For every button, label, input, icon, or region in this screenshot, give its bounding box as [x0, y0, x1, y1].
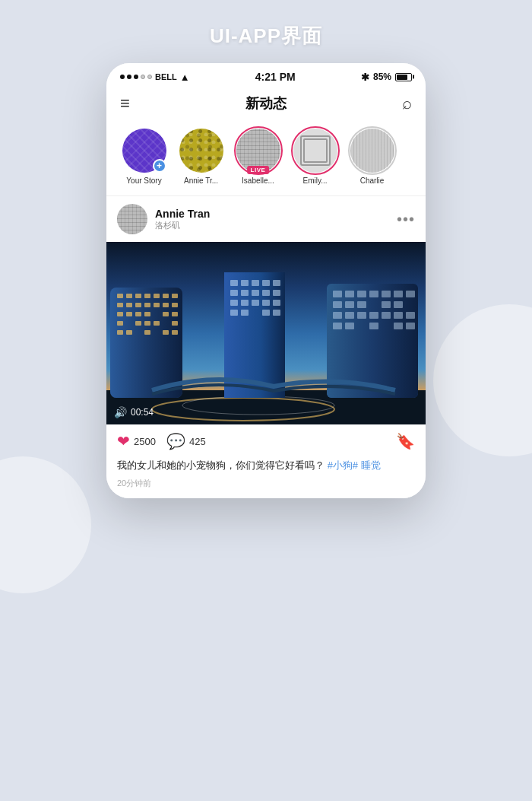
story-avatar-emily	[293, 129, 337, 173]
svg-rect-42	[230, 290, 238, 296]
svg-rect-39	[252, 280, 259, 286]
story-item-charlie[interactable]: Charlie	[344, 129, 401, 185]
comment-count: 425	[189, 436, 206, 447]
svg-rect-11	[172, 294, 178, 298]
svg-rect-68	[382, 301, 391, 308]
bookmark-button[interactable]: 🔖	[396, 432, 415, 450]
story-name-charlie: Charlie	[360, 176, 385, 185]
comment-button[interactable]: 💬	[166, 432, 185, 450]
svg-rect-47	[230, 300, 238, 306]
svg-rect-73	[406, 312, 415, 319]
status-time: 4:21 PM	[255, 71, 296, 83]
top-nav: ≡ 新动态 ⌕	[106, 87, 426, 122]
post-user-info: Annie Tran 洛杉矶	[155, 208, 389, 231]
post-user-avatar	[117, 204, 147, 234]
svg-rect-60	[357, 291, 366, 297]
svg-rect-64	[406, 291, 415, 297]
video-duration: 00:54	[131, 407, 154, 418]
svg-rect-49	[273, 300, 280, 306]
svg-rect-52	[230, 310, 238, 316]
story-name-your: Your Story	[126, 176, 161, 185]
svg-rect-7	[135, 294, 141, 298]
svg-rect-24	[172, 312, 178, 316]
svg-rect-76	[394, 312, 403, 319]
svg-rect-26	[135, 321, 141, 326]
svg-rect-18	[172, 303, 178, 307]
bluetooth-icon: ✱	[361, 72, 369, 83]
svg-rect-43	[241, 290, 249, 296]
post-header: Annie Tran 洛杉矶 •••	[106, 196, 426, 242]
svg-rect-80	[394, 323, 403, 329]
svg-rect-62	[382, 291, 391, 297]
live-badge: LIVE	[247, 166, 270, 174]
search-icon[interactable]: ⌕	[402, 94, 412, 113]
story-item-emily[interactable]: Emily...	[287, 129, 344, 185]
story-item-isabelle[interactable]: LIVE Isabelle...	[230, 129, 287, 185]
svg-rect-55	[273, 310, 280, 316]
comment-group: 💬 425	[166, 432, 206, 450]
like-button[interactable]: ❤	[117, 432, 130, 450]
story-avatar-charlie	[350, 129, 394, 173]
svg-rect-40	[262, 280, 270, 286]
city-illustration	[106, 242, 426, 424]
status-bar: BELL ▲ 4:21 PM ✱ 85%	[106, 63, 426, 87]
battery-icon	[395, 73, 412, 81]
add-story-button[interactable]: +	[153, 159, 166, 173]
story-name-isabelle: Isabelle...	[242, 176, 274, 185]
svg-rect-9	[154, 294, 160, 298]
svg-rect-5	[117, 294, 123, 298]
speaker-icon: 🔊	[114, 406, 127, 418]
svg-rect-69	[394, 301, 403, 308]
svg-rect-16	[154, 303, 160, 307]
svg-rect-41	[273, 280, 280, 286]
post-caption: 我的女儿和她的小宠物狗，你们觉得它好看吗？ #小狗# 睡觉	[106, 455, 426, 476]
svg-rect-37	[230, 280, 238, 286]
story-avatar-annie	[179, 129, 223, 173]
nav-title: 新动态	[245, 94, 287, 113]
svg-rect-25	[117, 321, 123, 326]
menu-icon[interactable]: ≡	[120, 94, 130, 113]
like-group: ❤ 2500	[117, 432, 156, 450]
svg-rect-44	[252, 290, 259, 296]
svg-rect-79	[369, 323, 378, 329]
svg-rect-13	[126, 303, 132, 307]
post-actions: ❤ 2500 💬 425 🔖	[106, 424, 426, 455]
video-timer: 🔊 00:54	[114, 406, 154, 418]
svg-rect-45	[262, 290, 270, 296]
svg-rect-22	[144, 312, 150, 316]
svg-rect-71	[369, 312, 378, 319]
story-name-emily: Emily...	[302, 176, 327, 185]
svg-rect-70	[333, 312, 342, 319]
story-item-annie[interactable]: Annie Tr...	[173, 129, 230, 185]
svg-rect-15	[144, 303, 150, 307]
svg-rect-12	[117, 303, 123, 307]
wifi-icon: ▲	[180, 72, 190, 83]
svg-rect-46	[273, 290, 280, 296]
story-name-annie: Annie Tr...	[184, 176, 218, 185]
carrier-label: BELL	[155, 72, 177, 81]
svg-rect-29	[172, 321, 178, 326]
svg-rect-65	[333, 301, 342, 308]
post-location: 洛杉矶	[155, 220, 389, 231]
like-count: 2500	[134, 436, 156, 447]
svg-rect-17	[163, 303, 169, 307]
svg-rect-23	[163, 312, 169, 316]
svg-rect-74	[345, 312, 354, 319]
post-image: 🔊 00:54	[106, 242, 426, 424]
svg-rect-19	[117, 312, 123, 316]
caption-text: 我的女儿和她的小宠物狗，你们觉得它好看吗？	[117, 459, 325, 471]
phone-frame: BELL ▲ 4:21 PM ✱ 85% ≡ 新动态 ⌕ +	[106, 63, 426, 498]
signal-dots	[120, 75, 152, 79]
post-more-button[interactable]: •••	[397, 211, 415, 228]
post-username: Annie Tran	[155, 208, 389, 220]
svg-rect-63	[394, 291, 403, 297]
svg-rect-14	[135, 303, 141, 307]
post-time: 20分钟前	[106, 476, 426, 498]
svg-rect-48	[252, 300, 259, 306]
svg-rect-10	[163, 294, 169, 298]
svg-rect-77	[333, 323, 342, 329]
svg-rect-33	[163, 330, 169, 335]
svg-rect-54	[262, 310, 270, 316]
svg-rect-30	[117, 330, 123, 335]
story-item-your[interactable]: + Your Story	[116, 129, 173, 185]
